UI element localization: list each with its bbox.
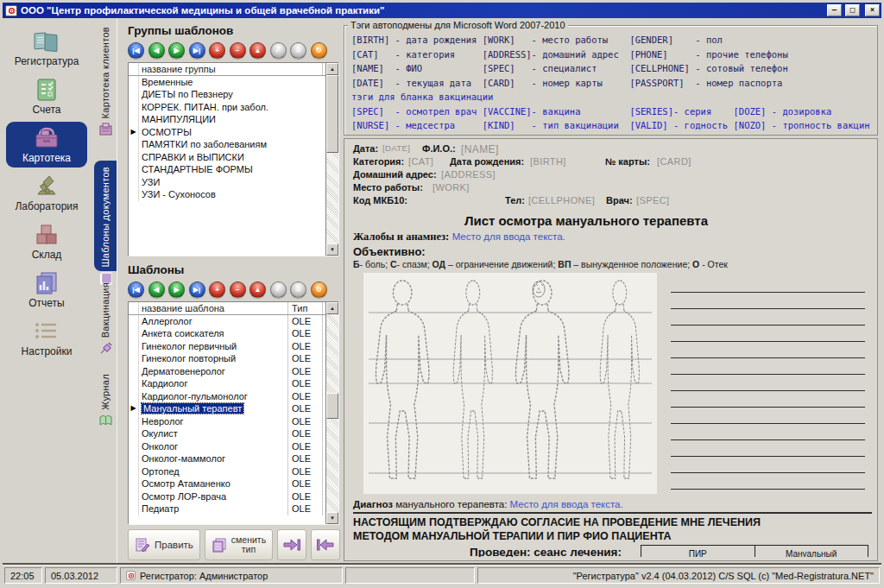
groups-scrollbar[interactable]: ▲ ▼: [325, 63, 338, 256]
sidebar-item-registratura[interactable]: Регистратура: [6, 25, 87, 71]
group-row[interactable]: ПАМЯТКИ по заболеваниям: [129, 138, 325, 151]
maximize-button[interactable]: □: [845, 4, 860, 16]
template-row[interactable]: ОртопедOLE: [129, 465, 325, 478]
sidebar-item-label: Склад: [32, 249, 62, 261]
doc-field-row: Код МКБ10: Тел: [CELLPHONE] Врач: [SPEC]: [353, 195, 872, 208]
nav-prior-button[interactable]: ◀: [148, 281, 165, 298]
scroll-down-icon[interactable]: ▼: [326, 243, 338, 256]
scroll-down-icon[interactable]: ▼: [326, 512, 338, 524]
doc-field-row: Категория: [CAT] Дата рождения: [BIRTH] …: [353, 156, 872, 169]
text-placeholder: Место для ввода текста.: [510, 499, 623, 509]
group-row[interactable]: КОРРЕК. ПИТАН. при забол.: [129, 101, 325, 114]
word-tags-groupbox: Тэги автоподмены для Microsoft Word 2007…: [344, 25, 878, 136]
template-row-selected[interactable]: ▶Мануальный терапевтOLE: [129, 402, 325, 415]
template-row[interactable]: Кардиолог-пульмонологOLE: [129, 390, 325, 403]
status-time: 22:05: [4, 567, 42, 584]
group-row[interactable]: СТАНДАРТНЫЕ ФОРМЫ: [129, 163, 325, 176]
template-row[interactable]: ОкулистOLE: [129, 427, 325, 440]
arrow-to-bar-right-icon: [283, 539, 300, 551]
session-indicator-icon: [126, 571, 136, 580]
nav-next-button[interactable]: ▶: [168, 281, 185, 298]
document-title: Лист осмотра мануального терапевта: [353, 213, 819, 228]
nav-refresh-button[interactable]: ↻: [311, 281, 327, 298]
sidebar: Регистратура Счета Картотека Лаборатория: [3, 18, 91, 563]
group-row[interactable]: УЗИ: [129, 176, 325, 189]
main-area: Регистратура Счета Картотека Лаборатория: [3, 18, 881, 565]
nav-refresh-button[interactable]: ↻: [311, 42, 327, 59]
template-actions: Править сменить тип: [128, 529, 339, 560]
nav-post-button[interactable]: ✔: [270, 42, 287, 59]
template-row[interactable]: Осмотр АтаманенкоOLE: [129, 477, 325, 490]
sidebar-item-label: Лаборатория: [15, 200, 78, 212]
group-row-current[interactable]: ▶ОСМОТРЫ: [129, 126, 325, 139]
footer-label: Проведен: сеанс лечения:: [470, 546, 622, 557]
template-row[interactable]: ДерматовенерологOLE: [129, 365, 325, 378]
group-row[interactable]: ДИЕТЫ по Певзнеру: [129, 88, 325, 101]
group-row[interactable]: МАНИПУЛЯЦИИ: [129, 113, 325, 126]
close-button[interactable]: ×: [865, 4, 880, 16]
sidebar-item-laboratoria[interactable]: Лаборатория: [6, 170, 87, 216]
sidebar-item-otchety[interactable]: Отчеты: [6, 267, 87, 313]
nav-edit-button[interactable]: ▲: [249, 281, 266, 298]
tab-zhurnal[interactable]: Журнал: [94, 368, 117, 433]
template-row[interactable]: ОнкологOLE: [129, 440, 325, 453]
template-row[interactable]: Гинеколог повторныйOLE: [129, 352, 325, 365]
titlebar: ООО "Центр профилактической медицины и о…: [3, 3, 881, 18]
group-row[interactable]: Временные: [129, 76, 325, 89]
nav-delete-button[interactable]: −: [230, 42, 246, 59]
nav-first-button[interactable]: |◀: [128, 281, 144, 298]
templates-scrollbar[interactable]: ▲ ▼: [325, 302, 338, 524]
nav-last-button[interactable]: ▶|: [189, 281, 205, 298]
sidebar-item-scheta[interactable]: Счета: [6, 73, 87, 119]
nav-next-button[interactable]: ▶: [168, 42, 185, 59]
nav-prior-button[interactable]: ◀: [148, 42, 165, 59]
group-row[interactable]: УЗИ - Сухоносов: [129, 188, 325, 201]
nav-edit-button[interactable]: ▲: [249, 42, 266, 59]
tag-line: [SPEC] - осмотрел врач [VACCINE]- вакцин…: [351, 104, 874, 119]
template-row[interactable]: КардиологOLE: [129, 377, 325, 390]
scroll-up-icon[interactable]: ▲: [326, 302, 338, 314]
template-row[interactable]: НеврологOLE: [129, 415, 325, 428]
doc-field-row: Место работы: [WORK]: [353, 182, 872, 195]
nav-post-button[interactable]: ✔: [270, 281, 287, 298]
move-to-start-button[interactable]: [311, 529, 340, 560]
groups-list: название группы Временные ДИЕТЫ по Певзн…: [128, 62, 339, 256]
tag-line: [BIRTH] - дата рождения [WORK] - место р…: [351, 33, 874, 47]
abbreviation-legend: Б- боль; С- спазм; ОД – ограничение движ…: [353, 259, 872, 269]
nav-first-button[interactable]: |◀: [128, 42, 144, 59]
change-type-button[interactable]: сменить тип: [205, 529, 273, 560]
tags-caption: Тэги автоподмены для Microsoft Word 2007…: [348, 20, 568, 30]
minimize-button[interactable]: –: [827, 4, 842, 16]
doc-field-row: Дата: [DATE] Ф.И.О.: [NAME]: [353, 143, 872, 156]
nav-insert-button[interactable]: +: [209, 281, 225, 298]
nav-delete-button[interactable]: −: [230, 281, 246, 298]
reports-chart-icon: [34, 269, 60, 297]
tab-vakcinaciya[interactable]: Вакцинация: [94, 276, 117, 363]
scrollbar-thumb[interactable]: [326, 393, 338, 419]
nav-insert-button[interactable]: +: [209, 42, 225, 59]
doc-field-row: Домашний адрес: [ADDRESS]: [353, 169, 872, 182]
card-box-icon: [33, 124, 60, 152]
diagnosis-row: Диагноз мануального терапевта: Место для…: [353, 499, 872, 509]
sidebar-item-kartoteka[interactable]: Картотека: [6, 122, 87, 168]
tab-label: Вакцинация: [100, 282, 110, 338]
scroll-up-icon[interactable]: ▲: [326, 63, 338, 75]
tab-kartoteka-klientov[interactable]: Картотека клиентов: [94, 21, 117, 155]
nav-cancel-button[interactable]: ✖: [290, 42, 306, 59]
template-row[interactable]: Анкета соискателяOLE: [129, 327, 325, 340]
sidebar-item-sklad[interactable]: Склад: [6, 218, 87, 264]
group-row[interactable]: СПРАВКИ и ВЫПИСКИ: [129, 151, 325, 164]
status-spacer: [345, 567, 475, 584]
template-row[interactable]: Осмотр ЛОР-врачаOLE: [129, 490, 325, 503]
scrollbar-thumb[interactable]: [326, 75, 338, 153]
edit-template-button[interactable]: Править: [128, 529, 200, 560]
template-row[interactable]: Гинеколог первичныйOLE: [129, 340, 325, 353]
nav-cancel-button[interactable]: ✖: [290, 281, 306, 298]
tab-shablony-dokumentov[interactable]: Шаблоны документов: [94, 161, 117, 271]
nav-last-button[interactable]: ▶|: [189, 42, 205, 59]
move-to-end-button[interactable]: [277, 529, 306, 560]
template-row[interactable]: ПедиатрOLE: [129, 503, 325, 515]
sidebar-item-nastroyki[interactable]: Настройки: [6, 315, 87, 361]
template-row[interactable]: АллергологOLE: [129, 315, 325, 328]
template-row[interactable]: Онколог-маммологOLE: [129, 452, 325, 465]
